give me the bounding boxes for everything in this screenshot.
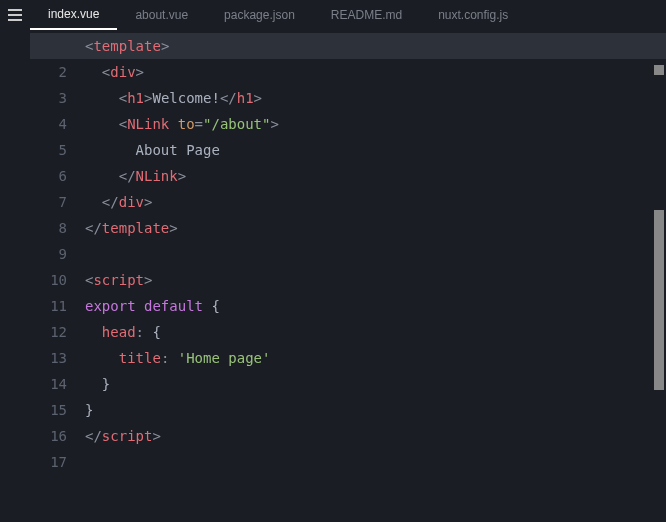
token-p: </ bbox=[85, 220, 102, 236]
token-n bbox=[85, 350, 119, 366]
token-n bbox=[85, 90, 119, 106]
token-n bbox=[85, 168, 119, 184]
token-n: { bbox=[144, 324, 161, 340]
token-p: < bbox=[119, 116, 127, 132]
token-t: h1 bbox=[127, 90, 144, 106]
token-n bbox=[85, 116, 119, 132]
tab-about-vue[interactable]: about.vue bbox=[117, 0, 206, 30]
token-k: default bbox=[144, 298, 203, 314]
token-t: template bbox=[93, 38, 160, 54]
token-p: > bbox=[178, 168, 186, 184]
token-pr: head bbox=[102, 324, 136, 340]
token-p: > bbox=[270, 116, 278, 132]
line-number: 15 bbox=[30, 397, 85, 423]
scrollbar-thumb[interactable] bbox=[654, 210, 664, 390]
token-t: div bbox=[110, 64, 135, 80]
tab-nuxt-config-js[interactable]: nuxt.config.js bbox=[420, 0, 526, 30]
token-n bbox=[85, 194, 102, 210]
token-s: 'Home page' bbox=[178, 350, 271, 366]
code-line[interactable]: <h1>Welcome!</h1> bbox=[85, 85, 666, 111]
code-line[interactable]: </NLink> bbox=[85, 163, 666, 189]
token-p: > bbox=[144, 194, 152, 210]
token-p: > bbox=[152, 428, 160, 444]
line-number: 3 bbox=[30, 85, 85, 111]
editor-area[interactable]: 1234567891011121314151617 <template> <di… bbox=[30, 30, 666, 522]
token-n bbox=[136, 298, 144, 314]
line-number: 14 bbox=[30, 371, 85, 397]
line-number: 9 bbox=[30, 241, 85, 267]
code-line[interactable]: head: { bbox=[85, 319, 666, 345]
token-txt: About Page bbox=[136, 142, 220, 158]
code-line[interactable]: </div> bbox=[85, 189, 666, 215]
token-p: : bbox=[136, 324, 144, 340]
token-txt: Welcome! bbox=[152, 90, 219, 106]
code-line[interactable]: </script> bbox=[85, 423, 666, 449]
token-n: } bbox=[85, 376, 110, 392]
line-number: 2 bbox=[30, 59, 85, 85]
token-t: NLink bbox=[136, 168, 178, 184]
line-number: 8 bbox=[30, 215, 85, 241]
code-line[interactable]: title: 'Home page' bbox=[85, 345, 666, 371]
tab-package-json[interactable]: package.json bbox=[206, 0, 313, 30]
code-line[interactable] bbox=[85, 241, 666, 267]
token-p: > bbox=[144, 272, 152, 288]
token-pr: title bbox=[119, 350, 161, 366]
token-t: div bbox=[119, 194, 144, 210]
line-number: 13 bbox=[30, 345, 85, 371]
token-t: script bbox=[93, 272, 144, 288]
code-line[interactable]: <NLink to="/about"> bbox=[85, 111, 666, 137]
token-n: { bbox=[203, 298, 220, 314]
token-a: to bbox=[178, 116, 195, 132]
line-number: 6 bbox=[30, 163, 85, 189]
token-p: > bbox=[169, 220, 177, 236]
line-number: 10 bbox=[30, 267, 85, 293]
code-content[interactable]: <template> <div> <h1>Welcome!</h1> <NLin… bbox=[85, 30, 666, 522]
token-n bbox=[169, 116, 177, 132]
code-line[interactable]: } bbox=[85, 371, 666, 397]
token-t: NLink bbox=[127, 116, 169, 132]
token-p: > bbox=[136, 64, 144, 80]
tab-bar: index.vueabout.vuepackage.jsonREADME.mdn… bbox=[30, 0, 666, 30]
code-line[interactable] bbox=[85, 449, 666, 475]
token-n bbox=[85, 324, 102, 340]
token-p: </ bbox=[220, 90, 237, 106]
token-n: } bbox=[85, 402, 93, 418]
token-t: h1 bbox=[237, 90, 254, 106]
token-n bbox=[85, 64, 102, 80]
token-p: </ bbox=[102, 194, 119, 210]
line-number: 12 bbox=[30, 319, 85, 345]
token-k: export bbox=[85, 298, 136, 314]
code-line[interactable]: export default { bbox=[85, 293, 666, 319]
line-number-gutter: 1234567891011121314151617 bbox=[30, 30, 85, 522]
code-line[interactable]: About Page bbox=[85, 137, 666, 163]
line-number: 7 bbox=[30, 189, 85, 215]
token-n bbox=[85, 142, 136, 158]
token-s: "/about" bbox=[203, 116, 270, 132]
code-line[interactable]: </template> bbox=[85, 215, 666, 241]
code-line[interactable]: <div> bbox=[85, 59, 666, 85]
token-t: template bbox=[102, 220, 169, 236]
line-number: 17 bbox=[30, 449, 85, 475]
code-line[interactable]: <template> bbox=[85, 33, 666, 59]
line-number: 11 bbox=[30, 293, 85, 319]
line-number: 5 bbox=[30, 137, 85, 163]
code-line[interactable]: } bbox=[85, 397, 666, 423]
line-number: 4 bbox=[30, 111, 85, 137]
token-p: > bbox=[161, 38, 169, 54]
token-p: = bbox=[195, 116, 203, 132]
tab-index-vue[interactable]: index.vue bbox=[30, 0, 117, 30]
scrollbar-thumb-top[interactable] bbox=[654, 65, 664, 75]
token-t: script bbox=[102, 428, 153, 444]
hamburger-icon bbox=[8, 14, 22, 16]
code-line[interactable]: <script> bbox=[85, 267, 666, 293]
token-p: </ bbox=[85, 428, 102, 444]
editor-main: index.vueabout.vuepackage.jsonREADME.mdn… bbox=[30, 0, 666, 522]
hamburger-menu-button[interactable] bbox=[0, 0, 30, 30]
tab-README-md[interactable]: README.md bbox=[313, 0, 420, 30]
token-p: </ bbox=[119, 168, 136, 184]
token-p: > bbox=[254, 90, 262, 106]
token-p: < bbox=[119, 90, 127, 106]
line-number: 16 bbox=[30, 423, 85, 449]
token-n bbox=[169, 350, 177, 366]
